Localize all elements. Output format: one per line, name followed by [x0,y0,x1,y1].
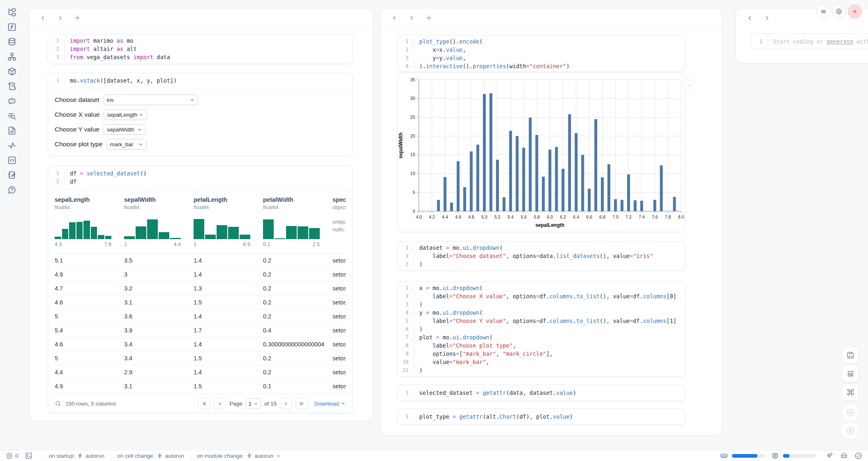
cell-dataset-dropdown[interactable]: 1⌄23dataset = mo.ui.dropdown( label="Cho… [397,241,686,271]
logs-icon[interactable] [7,82,16,91]
cell-dataframe[interactable]: 12df = selected_dataset()df sepalLengthf… [48,165,353,413]
functions-icon[interactable] [7,23,16,32]
row-count-summary: 150 rows, 5 columns [65,401,116,407]
code-editor[interactable]: 1⌄234⌄567⌄891011x = mo.ui.dropdown( labe… [397,282,685,376]
empty-cell[interactable]: 1 Start coding or generate with [751,33,868,49]
dataset-select[interactable]: iris [104,95,198,105]
collapse-right-icon[interactable] [408,14,415,21]
on-module-change-setting[interactable]: on module change: autorun [197,453,282,459]
keyboard-shortcuts-button[interactable] [842,383,859,401]
code-editor[interactable]: 123import marimo as moimport altair as a… [48,35,352,63]
errors-indicator[interactable]: 0 [6,452,18,459]
first-page-button[interactable] [198,398,210,409]
layout-button[interactable] [842,365,859,382]
last-page-button[interactable] [295,398,308,409]
search-icon[interactable] [55,400,61,407]
code-editor[interactable]: 1plot_type = getattr(alt.Chart(df), plot… [397,409,685,424]
run-button[interactable] [841,422,859,440]
cpu-usage-bar[interactable] [783,454,816,458]
code-editor[interactable]: 1selected_dataset = getattr(data, datase… [397,385,685,401]
kernel-bot-icon[interactable] [840,452,848,460]
collapse-right-icon[interactable] [763,14,771,21]
add-cell-icon[interactable] [74,14,81,21]
cell-vstack[interactable]: 1mo.vstack([dataset, x, y, plot]) Choose… [48,73,353,156]
download-button[interactable]: Download [314,401,346,407]
column-histogram[interactable] [194,216,250,239]
column-header[interactable]: sepalLengthfloat644.37.9 [55,196,124,249]
collapse-left-icon[interactable] [39,14,46,21]
stop-button[interactable] [841,403,859,422]
table-row[interactable]: 4.73.21.30.2setosa [55,281,346,295]
code-lines[interactable]: df = selected_dataset()df [65,169,352,186]
code-editor[interactable]: 1⌄23dataset = mo.ui.dropdown( label="Cho… [397,242,685,270]
terminal-button[interactable] [25,452,32,459]
table-row[interactable]: 4.63.11.50.2setosa [55,295,346,309]
column-header[interactable]: petalLengthfloat6416.9 [194,196,263,249]
on-cell-change-setting[interactable]: on cell change: autorun [117,453,184,459]
code-lines[interactable]: plot_type = getattr(alt.Chart(df), plot.… [414,413,685,421]
code-lines[interactable]: x = mo.ui.dropdown( label="Choose X valu… [414,284,685,374]
collapse-left-icon[interactable] [746,14,753,21]
menu-button[interactable] [816,5,830,18]
scratchpad-icon[interactable] [7,171,16,180]
table-row[interactable]: 4.63.41.40.30000000000000004setosa [55,337,346,351]
page-select[interactable]: 1 [246,398,261,409]
plot-type-select[interactable]: mark_bar [106,139,147,150]
file-explorer-icon[interactable] [7,8,16,17]
y-select[interactable]: sepalWidth [104,124,145,135]
table-row[interactable]: 53.61.40.2setosa [55,309,346,323]
column-histogram[interactable] [55,216,111,239]
column-histogram[interactable] [124,216,181,239]
x-select[interactable]: sepalLength [104,109,147,120]
prev-page-button[interactable] [214,398,226,409]
code-lines[interactable]: plot_type().encode( x=x.value, y=y.value… [414,37,685,70]
cell-plot-code[interactable]: 1⌄234plot_type().encode( x=x.value, y=y.… [397,35,686,72]
column-header[interactable]: sepalWidthfloat6424.4 [124,196,194,249]
code-editor[interactable]: 1mo.vstack([dataset, x, y, plot]) [48,73,352,88]
packages-icon[interactable] [7,67,16,76]
tracing-icon[interactable] [7,141,16,150]
code-lines[interactable]: mo.vstack([dataset, x, y, plot]) [65,76,352,85]
column-header[interactable]: speciesobjectunique:nulls: [332,196,346,249]
on-startup-setting[interactable]: on startup: autorun [49,453,105,459]
table-row[interactable]: 4.93.11.50.1setosa [55,379,346,393]
code-editor[interactable]: 12df = selected_dataset()df [48,166,352,189]
cell-xy-plot-dropdowns[interactable]: 1⌄234⌄567⌄891011x = mo.ui.dropdown( labe… [397,281,686,377]
collapse-right-icon[interactable] [56,14,64,21]
table-row[interactable]: 5.43.91.70.4setosa [55,323,346,337]
memory-usage-bar[interactable] [732,454,765,458]
code-editor[interactable]: 1 Start coding or generate with [751,34,868,49]
column-header[interactable]: petalWidthfloat640.12.5 [263,196,332,249]
connection-status-icon[interactable] [854,452,862,460]
next-page-button[interactable] [280,398,292,409]
bar-chart[interactable]: 4.04.24.44.64.85.05.25.45.65.86.06.26.46… [397,73,685,230]
shutdown-button[interactable] [848,5,862,18]
table-row[interactable]: 4.931.40.2setosa [55,267,346,281]
ai-sparkles-icon[interactable] [826,452,833,460]
table-row[interactable]: 53.41.50.2setosa [55,351,346,365]
chart-output[interactable]: 4.04.24.44.64.85.05.25.45.65.86.06.26.46… [397,73,686,232]
settings-button[interactable] [832,5,846,18]
table-row[interactable]: 5.13.51.40.2setosa [55,253,346,267]
help-icon[interactable] [7,185,16,194]
cell-selected-dataset[interactable]: 1selected_dataset = getattr(data, datase… [397,385,686,401]
cell-plot-type[interactable]: 1plot_type = getattr(alt.Chart(df), plot… [397,408,686,425]
code-icon[interactable] [7,156,16,165]
code-lines[interactable]: dataset = mo.ui.dropdown( label="Choose … [414,244,685,268]
table-row[interactable]: 4.42.91.40.2setosa [55,365,346,379]
column-histogram[interactable] [263,216,320,239]
add-cell-icon[interactable] [425,14,432,21]
collapse-left-icon[interactable] [390,14,398,21]
save-button[interactable] [842,346,859,364]
code-editor[interactable]: 1⌄234plot_type().encode( x=x.value, y=y.… [397,35,685,72]
ai-chat-icon[interactable] [7,97,16,106]
generate-with-ai-link[interactable]: generate [826,38,853,45]
cell-imports[interactable]: 123import marimo as moimport altair as a… [48,34,353,64]
datasources-icon[interactable] [7,37,16,46]
code-lines[interactable]: import marimo as moimport altair as altf… [65,37,352,61]
code-lines[interactable]: selected_dataset = getattr(data, dataset… [414,389,685,397]
dependency-graph-icon[interactable] [7,52,16,61]
documentation-icon[interactable] [7,126,16,135]
chart-more-options-button[interactable] [683,79,697,92]
snippets-icon[interactable] [7,111,16,120]
